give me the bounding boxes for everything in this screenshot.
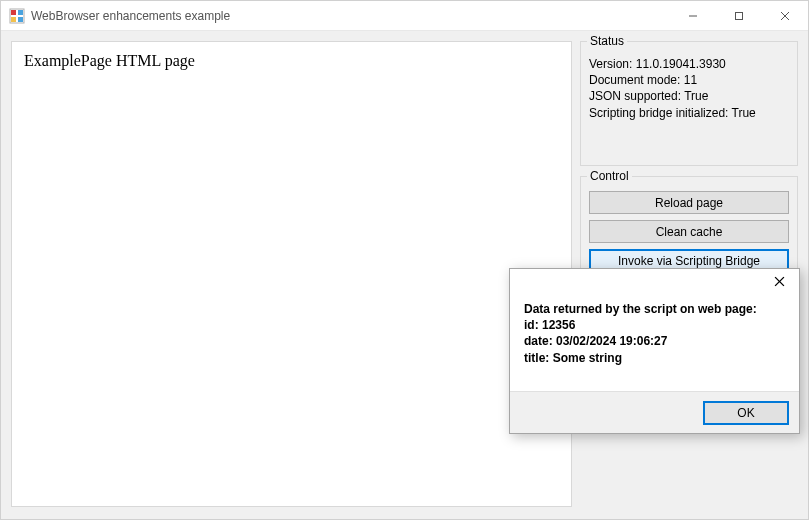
page-heading: ExamplePage HTML page — [24, 52, 559, 70]
message-dialog: Data returned by the script on web page:… — [509, 268, 800, 434]
dialog-id-label: id: — [524, 318, 539, 332]
svg-rect-4 — [18, 17, 23, 22]
status-version-label: Version: — [589, 57, 632, 71]
status-docmode-label: Document mode: — [589, 73, 680, 87]
dialog-footer: OK — [510, 391, 799, 433]
dialog-id-row: id: 12356 — [524, 317, 785, 333]
status-docmode-row: Document mode: 11 — [589, 72, 789, 88]
app-icon — [9, 8, 25, 24]
control-group-title: Control — [587, 170, 632, 182]
status-docmode-value: 11 — [684, 73, 697, 87]
reload-page-button[interactable]: Reload page — [589, 191, 789, 214]
status-version-row: Version: 11.0.19041.3930 — [589, 56, 789, 72]
dialog-date-label: date: — [524, 334, 553, 348]
dialog-heading: Data returned by the script on web page: — [524, 301, 785, 317]
status-group: Status Version: 11.0.19041.3930 Document… — [580, 41, 798, 166]
close-icon — [774, 275, 785, 290]
status-lines: Version: 11.0.19041.3930 Document mode: … — [589, 56, 789, 121]
dialog-title-row: title: Some string — [524, 350, 785, 366]
dialog-titlebar — [510, 269, 799, 297]
dialog-body: Data returned by the script on web page:… — [510, 297, 799, 391]
close-button[interactable] — [762, 1, 808, 31]
status-json-label: JSON supported: — [589, 89, 681, 103]
svg-rect-3 — [11, 17, 16, 22]
dialog-id-value: 12356 — [542, 318, 575, 332]
titlebar: WebBrowser enhancements example — [1, 1, 808, 31]
clean-cache-button[interactable]: Clean cache — [589, 220, 789, 243]
status-json-value: True — [684, 89, 708, 103]
window-title: WebBrowser enhancements example — [31, 9, 670, 23]
dialog-title-value: Some string — [553, 351, 622, 365]
status-group-title: Status — [587, 35, 627, 47]
svg-rect-1 — [11, 10, 16, 15]
status-version-value: 11.0.19041.3930 — [636, 57, 726, 71]
dialog-date-value: 03/02/2024 19:06:27 — [556, 334, 667, 348]
svg-rect-2 — [18, 10, 23, 15]
status-bridge-value: True — [732, 106, 756, 120]
dialog-close-button[interactable] — [759, 269, 799, 295]
svg-rect-6 — [736, 12, 743, 19]
webbrowser-pane[interactable]: ExamplePage HTML page — [11, 41, 572, 507]
dialog-date-row: date: 03/02/2024 19:06:27 — [524, 333, 785, 349]
status-bridge-row: Scripting bridge initialized: True — [589, 105, 789, 121]
maximize-button[interactable] — [716, 1, 762, 31]
dialog-title-label: title: — [524, 351, 549, 365]
minimize-button[interactable] — [670, 1, 716, 31]
status-json-row: JSON supported: True — [589, 88, 789, 104]
main-window: WebBrowser enhancements example ExampleP… — [0, 0, 809, 520]
status-bridge-label: Scripting bridge initialized: — [589, 106, 728, 120]
dialog-ok-button[interactable]: OK — [703, 401, 789, 425]
